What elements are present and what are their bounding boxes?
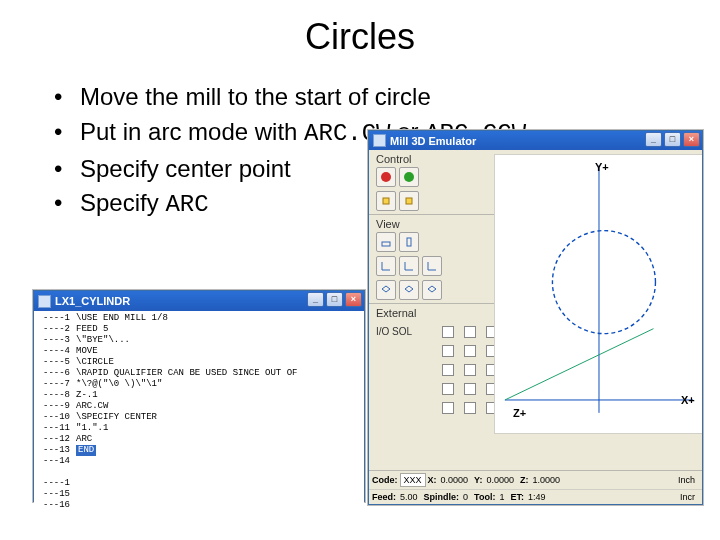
stop-icon bbox=[381, 172, 391, 182]
x-readout: 0.0000 bbox=[439, 475, 473, 485]
view-button[interactable] bbox=[399, 232, 419, 252]
axes-icon bbox=[380, 260, 392, 272]
unit-label: Inch bbox=[676, 475, 699, 485]
view-button[interactable] bbox=[376, 256, 396, 276]
ext-checkbox[interactable] bbox=[442, 402, 454, 414]
close-button[interactable]: × bbox=[683, 132, 700, 147]
close-button[interactable]: × bbox=[345, 292, 362, 307]
code-text[interactable]: \USE END MILL 1/8FEED 5\"BYE"\...MOVE\CI… bbox=[76, 313, 364, 511]
iso-icon bbox=[403, 284, 415, 296]
view-button[interactable] bbox=[422, 280, 442, 300]
svg-rect-2 bbox=[382, 242, 390, 246]
emulator-window: Mill 3D Emulator _ □ × Control View Exte… bbox=[368, 130, 703, 505]
maximize-button[interactable]: □ bbox=[326, 292, 343, 307]
status-bar: Code:XXX X:0.0000 Y:0.0000 Z:1.0000 Inch… bbox=[369, 470, 702, 504]
tool-button[interactable] bbox=[376, 191, 396, 211]
drawing-canvas: Y+ Z+ X+ bbox=[494, 154, 703, 434]
view-button[interactable] bbox=[376, 280, 396, 300]
iso-icon bbox=[426, 284, 438, 296]
y-readout: 0.0000 bbox=[484, 475, 518, 485]
code-body[interactable]: ----1----2----3----4----5----6----7----8… bbox=[34, 311, 364, 511]
svg-point-7 bbox=[552, 231, 655, 334]
z-readout: 1.0000 bbox=[530, 475, 564, 485]
status-row-1: Code:XXX X:0.0000 Y:0.0000 Z:1.0000 Inch bbox=[369, 471, 702, 489]
ext-checkbox[interactable] bbox=[464, 364, 476, 376]
tool-button[interactable] bbox=[399, 191, 419, 211]
ext-checkbox[interactable] bbox=[442, 364, 454, 376]
window-title-text: Mill 3D Emulator bbox=[390, 135, 476, 147]
run-button[interactable] bbox=[399, 167, 419, 187]
tool-icon bbox=[380, 195, 392, 207]
slide-title: Circles bbox=[0, 0, 720, 58]
minimize-button[interactable]: _ bbox=[307, 292, 324, 307]
svg-rect-0 bbox=[383, 198, 389, 204]
window-icon bbox=[38, 295, 51, 308]
ext-checkbox[interactable] bbox=[442, 345, 454, 357]
axis-label-y: Y+ bbox=[595, 161, 609, 173]
ext-checkbox[interactable] bbox=[442, 326, 454, 338]
ext-checkbox[interactable] bbox=[464, 383, 476, 395]
view-button[interactable] bbox=[399, 256, 419, 276]
feed-readout: 5.00 bbox=[398, 492, 422, 502]
code-field: XXX bbox=[400, 473, 426, 487]
view-button[interactable] bbox=[376, 232, 396, 252]
svg-rect-1 bbox=[406, 198, 412, 204]
spindle-readout: 0 bbox=[461, 492, 472, 502]
stop-button[interactable] bbox=[376, 167, 396, 187]
window-titlebar[interactable]: LX1_CYLINDR _ □ × bbox=[34, 291, 364, 311]
window-titlebar[interactable]: Mill 3D Emulator _ □ × bbox=[369, 131, 702, 150]
tool-icon bbox=[403, 195, 415, 207]
run-icon bbox=[404, 172, 414, 182]
ext-row-label: I/O SOL bbox=[376, 326, 436, 337]
minimize-button[interactable]: _ bbox=[645, 132, 662, 147]
window-icon bbox=[373, 134, 386, 147]
axis-label-x: X+ bbox=[681, 394, 695, 406]
line-number-gutter: ----1----2----3----4----5----6----7----8… bbox=[34, 313, 76, 511]
axis-label-z: Z+ bbox=[513, 407, 526, 419]
ext-checkbox[interactable] bbox=[464, 345, 476, 357]
bullet-item: Move the mill to the start of circle bbox=[60, 80, 720, 115]
axes-icon bbox=[403, 260, 415, 272]
mode-label: Incr bbox=[678, 492, 699, 502]
view-icon bbox=[380, 236, 392, 248]
ext-checkbox[interactable] bbox=[464, 402, 476, 414]
ext-checkbox[interactable] bbox=[442, 383, 454, 395]
view-button[interactable] bbox=[399, 280, 419, 300]
axes-icon bbox=[426, 260, 438, 272]
et-readout: 1:49 bbox=[526, 492, 550, 502]
iso-icon bbox=[380, 284, 392, 296]
tool-readout: 1 bbox=[497, 492, 508, 502]
view-button[interactable] bbox=[422, 256, 442, 276]
view-icon bbox=[403, 236, 415, 248]
maximize-button[interactable]: □ bbox=[664, 132, 681, 147]
window-title-text: LX1_CYLINDR bbox=[55, 295, 130, 307]
svg-rect-3 bbox=[407, 238, 411, 246]
ext-checkbox[interactable] bbox=[464, 326, 476, 338]
code-editor-window: LX1_CYLINDR _ □ × ----1----2----3----4--… bbox=[33, 290, 365, 502]
status-row-2: Feed:5.00 Spindle:0 Tool:1 ET:1:49 Incr bbox=[369, 489, 702, 504]
svg-line-6 bbox=[505, 329, 654, 400]
